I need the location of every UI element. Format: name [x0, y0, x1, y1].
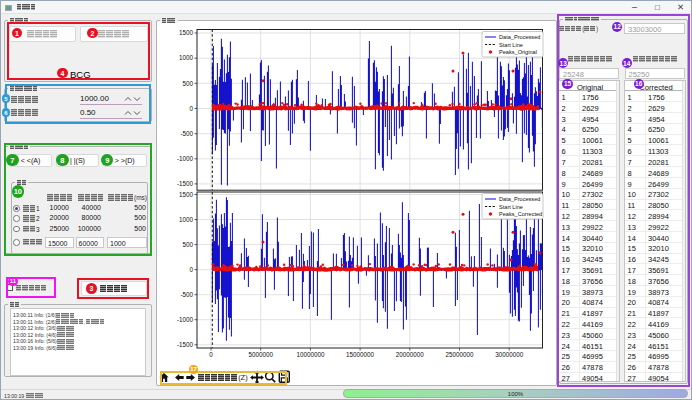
svg-text:30000000: 30000000 [495, 351, 524, 358]
svg-text:0: 0 [209, 351, 213, 358]
svg-text:1500: 1500 [179, 191, 194, 198]
svg-text:25000000: 25000000 [445, 351, 474, 358]
svg-text:1000: 1000 [179, 54, 194, 61]
svg-text:Data_Processed: Data_Processed [499, 196, 540, 202]
svg-text:Start Line: Start Line [499, 42, 523, 48]
svg-text:-1000: -1000 [177, 155, 194, 162]
svg-text:1500: 1500 [179, 29, 194, 36]
svg-text:-500: -500 [180, 291, 193, 298]
svg-text:1000: 1000 [179, 216, 194, 223]
svg-text:5000000: 5000000 [248, 351, 273, 358]
svg-text:15000000: 15000000 [346, 351, 375, 358]
svg-text:10000000: 10000000 [296, 351, 325, 358]
svg-text:-500: -500 [180, 130, 193, 137]
svg-text:0: 0 [189, 105, 193, 112]
svg-text:500: 500 [182, 241, 193, 248]
svg-text:20000000: 20000000 [396, 351, 425, 358]
svg-text:Data_Processed: Data_Processed [499, 34, 540, 40]
svg-text:-1500: -1500 [177, 180, 194, 187]
svg-text:-1000: -1000 [177, 316, 194, 323]
svg-text:-1500: -1500 [177, 341, 194, 348]
svg-text:Peaks_Original: Peaks_Original [499, 49, 537, 55]
svg-text:0: 0 [189, 266, 193, 273]
svg-text:Start Line: Start Line [499, 204, 523, 210]
svg-text:500: 500 [182, 80, 193, 87]
svg-text:Peaks_Corrected: Peaks_Corrected [499, 211, 542, 217]
